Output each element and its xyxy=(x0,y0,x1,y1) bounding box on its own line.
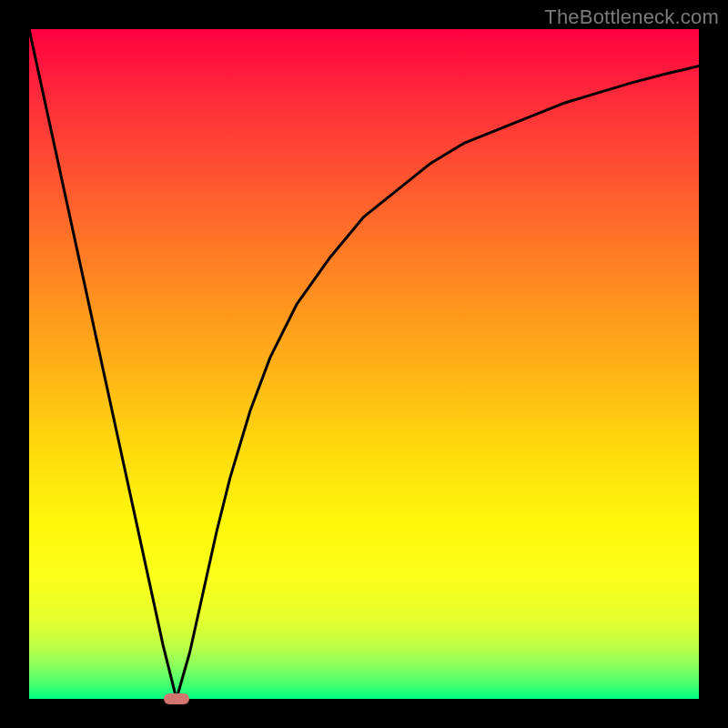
bottleneck-curve xyxy=(29,29,699,699)
optimal-marker xyxy=(164,693,189,704)
plot-area xyxy=(29,29,699,699)
chart-frame: TheBottleneck.com xyxy=(0,0,728,728)
watermark-label: TheBottleneck.com xyxy=(544,5,719,29)
